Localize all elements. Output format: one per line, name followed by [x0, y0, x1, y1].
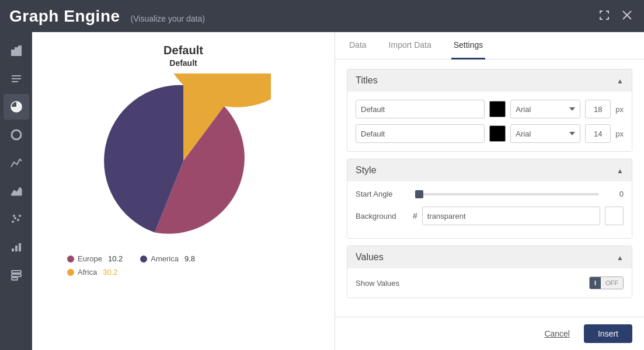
title1-size-input[interactable]: [585, 100, 611, 118]
background-color-swatch[interactable]: [605, 206, 624, 225]
title1-row: Arial Times New Roman Verdana px: [356, 100, 624, 118]
values-section-label: Values: [356, 252, 384, 262]
sidebar-item-list-2[interactable]: [4, 262, 29, 288]
legend-item-america: America 9.8: [140, 254, 195, 263]
svg-rect-18: [19, 243, 21, 251]
background-row: Background #: [356, 206, 624, 225]
sidebar: [0, 32, 32, 350]
svg-point-13: [17, 219, 19, 221]
settings-content: Titles Arial Times New Roman: [335, 60, 644, 317]
start-angle-slider[interactable]: [415, 193, 599, 195]
app-subtitle: (Visualize your data): [131, 14, 205, 23]
africa-label: Africa: [78, 268, 97, 276]
title2-input[interactable]: [356, 124, 485, 143]
svg-rect-20: [12, 274, 21, 276]
style-chevron-icon: [617, 165, 624, 176]
title2-row: Arial Times New Roman Verdana px: [356, 124, 624, 143]
europe-value: 10.2: [108, 254, 123, 263]
toggle-off-label: OFF: [601, 277, 623, 289]
chart-legend: Europe 10.2 America 9.8 Africa: [44, 254, 195, 276]
start-angle-row: Start Angle 0: [356, 190, 624, 198]
legend-row-1: Europe 10.2 America 9.8: [67, 254, 195, 263]
tab-data[interactable]: Data: [347, 32, 369, 60]
cancel-button[interactable]: Cancel: [537, 324, 577, 343]
africa-value: 30.2: [103, 268, 117, 276]
europe-label: Europe: [78, 254, 102, 263]
africa-dot: [67, 269, 74, 276]
settings-panel: Data Import Data Settings Titles: [335, 32, 644, 350]
legend-item-europe: Europe 10.2: [67, 254, 123, 263]
show-values-row: Show Values I OFF: [356, 276, 624, 289]
sidebar-item-line-chart[interactable]: [4, 150, 29, 176]
svg-point-10: [14, 132, 19, 137]
svg-point-15: [13, 215, 15, 217]
europe-dot: [67, 256, 74, 262]
title1-font-select[interactable]: Arial Times New Roman Verdana: [510, 100, 580, 118]
style-section-body: Start Angle 0 Background #: [347, 181, 632, 238]
content-area: Default Default: [32, 32, 644, 350]
legend-row-2: Africa 30.2: [67, 268, 195, 276]
sidebar-item-area-chart[interactable]: [4, 178, 29, 204]
america-label: America: [151, 254, 179, 263]
app-header: Graph Engine (Visualize your data): [0, 0, 644, 32]
titles-section-body: Arial Times New Roman Verdana px: [347, 92, 632, 151]
start-angle-value: 0: [606, 190, 624, 198]
titles-section-label: Titles: [356, 75, 378, 86]
titles-chevron-icon: [617, 75, 624, 86]
svg-point-12: [14, 217, 16, 219]
background-label: Background: [356, 212, 408, 220]
header-controls: [596, 7, 635, 25]
toggle-on-label: I: [590, 277, 601, 289]
title2-font-select[interactable]: Arial Times New Roman Verdana: [510, 124, 580, 143]
settings-footer: Cancel Insert: [335, 317, 644, 350]
titles-section: Titles Arial Times New Roman: [347, 69, 632, 152]
chart-subtitle: Default: [169, 58, 197, 68]
show-values-label: Show Values: [356, 279, 584, 288]
title1-input[interactable]: [356, 100, 485, 118]
app-title: Graph Engine: [9, 7, 120, 26]
chart-title: Default: [163, 44, 203, 57]
sidebar-item-bar-chart[interactable]: [4, 38, 29, 64]
america-value: 9.8: [185, 254, 195, 263]
sidebar-item-donut[interactable]: [4, 122, 29, 148]
title2-unit-label: px: [615, 130, 624, 138]
style-section-label: Style: [356, 165, 377, 176]
tab-settings[interactable]: Settings: [451, 32, 486, 60]
style-section: Style Start Angle 0: [347, 159, 632, 239]
insert-button[interactable]: Insert: [584, 324, 632, 343]
values-chevron-icon: [617, 252, 624, 262]
sidebar-item-pie-chart[interactable]: [4, 94, 29, 120]
svg-rect-19: [12, 271, 21, 273]
values-section: Values Show Values I OFF: [347, 246, 632, 298]
svg-rect-4: [19, 46, 21, 55]
sidebar-item-list[interactable]: [4, 66, 29, 92]
title2-color-swatch[interactable]: [489, 125, 506, 142]
svg-rect-21: [12, 278, 18, 280]
style-section-header[interactable]: Style: [347, 159, 632, 181]
values-section-body: Show Values I OFF: [347, 268, 632, 298]
start-angle-label: Start Angle: [356, 190, 408, 198]
close-button[interactable]: [619, 8, 635, 24]
tab-import-data[interactable]: Import Data: [387, 32, 434, 60]
america-dot: [140, 256, 147, 262]
main-body: Default Default: [0, 32, 644, 350]
chart-panel: Default Default: [32, 32, 335, 350]
values-section-header[interactable]: Values: [347, 246, 632, 268]
pie-chart-container: [96, 74, 271, 249]
svg-rect-17: [15, 246, 18, 251]
legend-item-africa: Africa 30.2: [67, 268, 118, 276]
svg-rect-2: [12, 50, 14, 55]
svg-rect-3: [15, 48, 18, 55]
fullscreen-button[interactable]: [596, 7, 612, 25]
sidebar-item-scatter[interactable]: [4, 206, 29, 232]
sidebar-item-bar-chart-2[interactable]: [4, 234, 29, 260]
tabs: Data Import Data Settings: [335, 32, 644, 60]
title1-unit-label: px: [615, 105, 624, 114]
show-values-toggle[interactable]: I OFF: [589, 276, 624, 289]
svg-rect-16: [12, 249, 14, 251]
title2-size-input[interactable]: [585, 124, 611, 143]
hash-symbol: #: [413, 211, 417, 220]
background-input[interactable]: [422, 206, 600, 225]
title1-color-swatch[interactable]: [489, 101, 506, 117]
titles-section-header[interactable]: Titles: [347, 69, 632, 92]
